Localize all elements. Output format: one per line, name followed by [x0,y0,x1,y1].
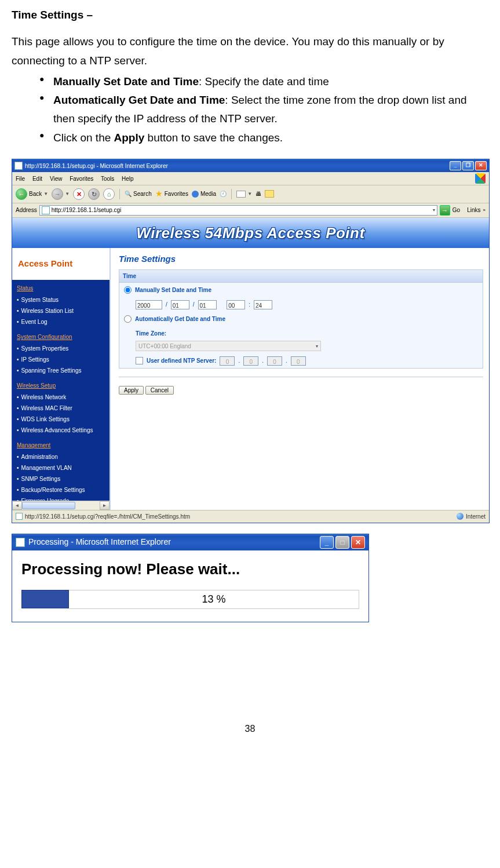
ntp-octet-3[interactable]: 0 [267,356,282,366]
home-button[interactable]: ⌂ [103,188,115,200]
bullet-rest: : Specify the date and time [199,75,329,87]
sidebar-item-system-status[interactable]: System Status [17,294,105,305]
back-label: Back [29,189,42,199]
ie-toolbar: ← Back ▼ → ▼ ✕ ↻ ⌂ 🔍 Search ★ Favorites … [12,185,489,203]
favorites-label: Favorites [165,189,188,199]
dialog-titlebar: Processing - Microsoft Internet Explorer… [12,534,368,550]
ie-address-bar: Address http://192.168.1.1/setup.cgi ▾ →… [12,203,489,218]
date-separator: / [193,300,195,309]
sidebar-item-management-vlan[interactable]: Management VLAN [17,462,105,473]
history-button[interactable]: 🕘 [220,189,227,199]
sidebar-item-wireless-station-list[interactable]: Wireless Station List [17,305,105,316]
ntp-octet-1[interactable]: 0 [220,356,235,366]
ip-dot: . [286,356,287,366]
scroll-right-button[interactable]: ► [100,501,110,510]
forward-arrow-icon: → [52,188,63,200]
dialog-close-button[interactable]: ✕ [351,536,365,549]
menu-tools[interactable]: Tools [101,176,114,182]
main-column: Time Settings Time Manually Set Date and… [111,248,489,510]
menu-help[interactable]: Help [122,176,134,182]
menu-favorites[interactable]: Favorites [70,176,93,182]
scroll-left-button[interactable]: ◄ [12,501,22,510]
search-icon: 🔍 [125,189,132,199]
panel-header: Time [119,270,483,283]
sidebar-item-system-properties[interactable]: System Properties [17,343,105,354]
ie-window: http://192.168.1.1/setup.cgi - Microsoft… [12,159,490,523]
progress-percent: 13 % [69,590,359,609]
dialog-maximize-button[interactable]: □ [335,536,349,549]
edit-button[interactable] [265,190,274,198]
apply-button[interactable]: Apply [119,386,144,395]
mail-button[interactable]: ▼ [236,190,252,198]
section-heading: Time Settings – [12,6,488,24]
forward-button[interactable]: → ▼ [52,188,70,200]
status-text: http://192.168.1.1/setup.cgi?reqfile=./h… [25,512,190,521]
dialog-minimize-button[interactable]: _ [320,536,334,549]
sidebar-item-spanning-tree[interactable]: Spanning Tree Settings [17,365,105,376]
sidebar-item-administration[interactable]: Administration [17,451,105,462]
page-icon [14,162,23,170]
bullet-bold: Manually Set Date and Time [53,75,199,87]
refresh-button[interactable]: ↻ [88,188,100,200]
sidebar-item-wireless-mac-filter[interactable]: Wireless MAC Filter [17,403,105,414]
processing-dialog: Processing - Microsoft Internet Explorer… [12,534,369,622]
sidebar-section-management: Management [17,440,105,450]
menu-file[interactable]: File [16,176,25,182]
cancel-button[interactable]: Cancel [145,386,174,395]
print-button[interactable]: 🖶 [256,189,261,199]
bullet-bold: Apply [114,132,145,144]
sidebar-item-backup-restore[interactable]: Backup/Restore Settings [17,484,105,495]
window-restore-button[interactable]: ❐ [462,161,474,170]
dialog-heading: Processing now! Please wait... [21,556,359,582]
sidebar-item-wireless-advanced[interactable]: Wireless Advanced Settings [17,425,105,436]
sidebar-scrollbar[interactable]: ◄ ► [12,501,110,510]
page-title: Time Settings [119,251,483,267]
minute-input[interactable]: 24 [254,300,272,309]
dropdown-icon[interactable]: ▾ [433,206,435,214]
dialog-title: Processing - Microsoft Internet Explorer [28,535,171,549]
ntp-octet-4[interactable]: 0 [291,356,306,366]
sidebar-item-ip-settings[interactable]: IP Settings [17,354,105,365]
window-close-button[interactable]: ✕ [475,161,487,170]
sidebar-item-wireless-network[interactable]: Wireless Network [17,392,105,403]
scroll-track[interactable] [22,502,100,509]
dropdown-icon: ▼ [65,190,70,198]
year-input[interactable]: 2000 [136,300,162,309]
ntp-octet-2[interactable]: 0 [243,356,258,366]
bullet-rest: button to save the changes. [144,132,283,144]
history-icon: 🕘 [220,189,227,199]
menu-edit[interactable]: Edit [32,176,42,182]
intro-paragraph: This page allows you to configure the ti… [12,32,488,70]
month-input[interactable]: 01 [171,300,189,309]
favorites-button[interactable]: ★ Favorites [155,187,188,201]
mail-icon [236,191,246,198]
auto-radio[interactable] [124,315,132,323]
progress-bar: 13 % [21,590,359,609]
timezone-select[interactable]: UTC+00:00 England ▾ [136,341,321,351]
ntp-checkbox[interactable] [136,357,143,364]
sidebar-item-firmware-upgrade[interactable]: Firmware Upgrade [17,495,105,501]
sidebar-item-snmp-settings[interactable]: SNMP Settings [17,473,105,484]
media-button[interactable]: Media [192,189,216,199]
sidebar-item-event-log[interactable]: Event Log [17,316,105,327]
timezone-value: UTC+00:00 England [138,341,191,351]
back-button[interactable]: ← Back ▼ [16,188,48,200]
day-input[interactable]: 01 [198,300,217,309]
search-button[interactable]: 🔍 Search [125,189,152,199]
address-input[interactable]: http://192.168.1.1/setup.cgi ▾ [39,205,437,216]
media-icon [192,191,199,198]
page-icon [42,206,50,214]
sidebar-item-wds-link-settings[interactable]: WDS Link Settings [17,414,105,425]
go-button[interactable]: → [440,205,450,216]
bullet-prefix: Click on the [53,132,114,144]
menu-view[interactable]: View [50,176,63,182]
stop-button[interactable]: ✕ [73,188,85,200]
globe-icon [457,513,463,520]
sidebar-section-system-config: System Configuration [17,332,105,342]
window-minimize-button[interactable]: _ [450,161,461,170]
hour-input[interactable]: 00 [227,300,245,309]
ie-status-bar: http://192.168.1.1/setup.cgi?reqfile=./h… [12,510,489,523]
manual-radio[interactable] [124,286,132,294]
scroll-thumb[interactable] [22,502,75,509]
links-label[interactable]: Links [467,205,480,215]
